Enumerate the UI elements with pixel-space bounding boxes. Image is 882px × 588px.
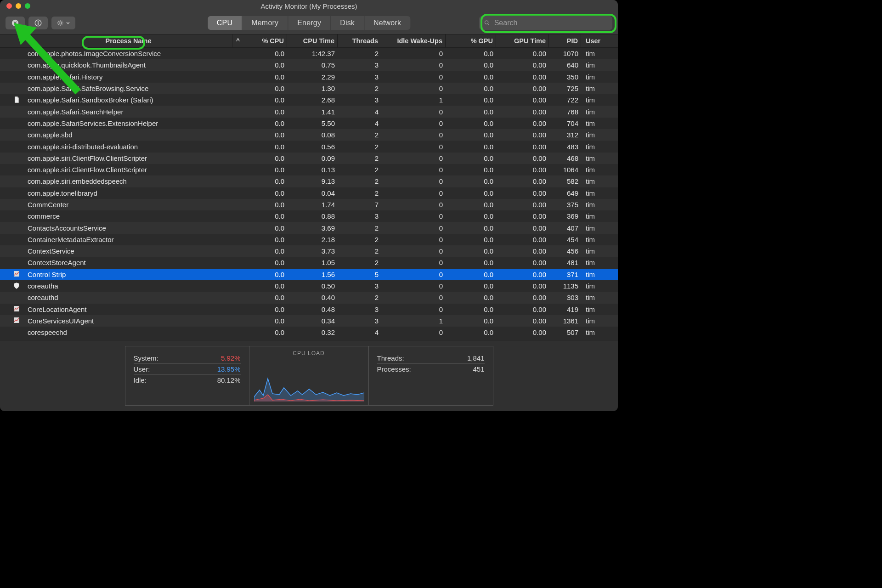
- process-name: coreautha: [28, 282, 58, 290]
- cell-cpu: 0.0: [243, 177, 287, 185]
- header-user[interactable]: User: [581, 37, 618, 45]
- cell-idle-wakeups: 0: [381, 73, 446, 81]
- tab-memory[interactable]: Memory: [242, 16, 288, 30]
- search-field[interactable]: [479, 16, 612, 30]
- cell-cpu: 0.0: [243, 108, 287, 116]
- cell-user: tim: [581, 50, 618, 57]
- cell-threads: 3: [338, 61, 381, 69]
- cell-pid: 704: [549, 119, 581, 127]
- cell-threads: 3: [338, 282, 381, 290]
- table-row[interactable]: com.apple.siri.ClientFlow.ClientScripter…: [0, 164, 618, 175]
- titlebar: Activity Monitor (My Processes): [0, 0, 618, 12]
- header-gpu[interactable]: % GPU: [446, 34, 496, 47]
- tab-cpu[interactable]: CPU: [208, 16, 242, 30]
- table-row[interactable]: com.apple.photos.ImageConversionService0…: [0, 48, 618, 59]
- cell-gpu: 0.0: [446, 201, 496, 209]
- cell-pid: 1135: [549, 282, 581, 290]
- tab-disk[interactable]: Disk: [331, 16, 364, 30]
- cell-pid: 312: [549, 131, 581, 139]
- table-row[interactable]: ContactsAccountsService0.03.69200.00.004…: [0, 222, 618, 233]
- cell-pid: 407: [549, 224, 581, 232]
- table-row[interactable]: com.apple.Safari.SandboxBroker (Safari)0…: [0, 94, 618, 106]
- cell-cpu-time: 1.30: [287, 85, 338, 92]
- cell-gpu-time: 0.00: [496, 189, 549, 197]
- table-row[interactable]: com.apple.sbd0.00.08200.00.00312tim: [0, 129, 618, 141]
- options-button[interactable]: [51, 17, 75, 29]
- cell-user: tim: [581, 224, 618, 232]
- table-row[interactable]: com.apple.tonelibraryd0.00.04200.00.0064…: [0, 187, 618, 199]
- header-idle-wakeups[interactable]: Idle Wake-Ups: [381, 34, 446, 47]
- cell-gpu: 0.0: [446, 328, 496, 336]
- cell-cpu-time: 1:42.37: [287, 50, 338, 57]
- table-row[interactable]: corespeechd0.00.32400.00.00507tim: [0, 327, 618, 338]
- close-window-icon[interactable]: [6, 3, 12, 9]
- table-row[interactable]: CoreServicesUIAgent0.00.34310.00.001361t…: [0, 315, 618, 327]
- user-cpu-value: 13.95%: [217, 365, 241, 373]
- cell-cpu-time: 1.74: [287, 201, 338, 209]
- table-row[interactable]: com.apple.siri-distributed-evaluation0.0…: [0, 141, 618, 152]
- cell-cpu: 0.0: [243, 154, 287, 162]
- cell-cpu: 0.0: [243, 305, 287, 313]
- header-threads[interactable]: Threads: [338, 34, 381, 47]
- minimize-window-icon[interactable]: [16, 3, 21, 9]
- cell-idle-wakeups: 0: [381, 236, 446, 243]
- table-row[interactable]: ContextStoreAgent0.01.05200.00.00481tim: [0, 257, 618, 268]
- cell-pid: 649: [549, 189, 581, 197]
- cell-gpu: 0.0: [446, 271, 496, 278]
- cell-gpu: 0.0: [446, 61, 496, 69]
- table-row[interactable]: coreautha0.00.50300.00.001135tim: [0, 280, 618, 292]
- table-row[interactable]: com.apple.quicklook.ThumbnailsAgent0.00.…: [0, 59, 618, 71]
- table-row[interactable]: com.apple.SafariServices.ExtensionHelper…: [0, 118, 618, 129]
- table-row[interactable]: CommCenter0.01.74700.00.00375tim: [0, 199, 618, 210]
- cell-gpu-time: 0.00: [496, 282, 549, 290]
- cell-threads: 2: [338, 131, 381, 139]
- cell-pid: 375: [549, 201, 581, 209]
- table-row[interactable]: commerce0.00.88300.00.00369tim: [0, 210, 618, 222]
- zoom-window-icon[interactable]: [25, 3, 30, 9]
- header-cpu-time[interactable]: CPU Time: [287, 34, 338, 47]
- cell-user: tim: [581, 73, 618, 81]
- cell-cpu-time: 0.08: [287, 131, 338, 139]
- cell-cpu-time: 1.56: [287, 271, 338, 278]
- table-row[interactable]: ContextService0.03.73200.00.00456tim: [0, 245, 618, 257]
- table-row[interactable]: com.apple.siri.embeddedspeech0.09.13200.…: [0, 175, 618, 187]
- process-name: com.apple.sbd: [28, 131, 73, 139]
- header-process-name[interactable]: Process Name: [0, 34, 232, 47]
- cell-gpu-time: 0.00: [496, 271, 549, 278]
- table-row[interactable]: com.apple.Safari.History0.02.29300.00.00…: [0, 71, 618, 83]
- cell-cpu: 0.0: [243, 282, 287, 290]
- cell-pid: 468: [549, 154, 581, 162]
- search-input[interactable]: [494, 19, 608, 27]
- header-cpu[interactable]: % CPU: [243, 34, 287, 47]
- process-table[interactable]: com.apple.photos.ImageConversionService0…: [0, 48, 618, 340]
- table-row[interactable]: com.apple.siri.ClientFlow.ClientScripter…: [0, 153, 618, 164]
- table-row[interactable]: com.apple.Safari.SafeBrowsing.Service0.0…: [0, 83, 618, 94]
- process-name: coreauthd: [28, 294, 58, 301]
- table-row[interactable]: com.apple.Safari.SearchHelper0.01.41400.…: [0, 106, 618, 117]
- cell-user: tim: [581, 119, 618, 127]
- cell-user: tim: [581, 305, 618, 313]
- cell-cpu: 0.0: [243, 247, 287, 255]
- cell-threads: 4: [338, 119, 381, 127]
- process-name: CommCenter: [28, 201, 68, 209]
- inspect-process-button[interactable]: [28, 17, 48, 29]
- processes-count: 451: [473, 365, 484, 373]
- sort-ascending-icon[interactable]: ^: [232, 37, 243, 45]
- cell-user: tim: [581, 189, 618, 197]
- stop-process-button[interactable]: [6, 17, 25, 29]
- header-pid[interactable]: PID: [549, 34, 581, 47]
- cell-pid: 369: [549, 212, 581, 220]
- tab-network[interactable]: Network: [364, 16, 410, 30]
- header-gpu-time[interactable]: GPU Time: [496, 34, 549, 47]
- tab-energy[interactable]: Energy: [288, 16, 331, 30]
- process-icon: [13, 96, 21, 104]
- svg-point-15: [485, 21, 488, 24]
- table-row[interactable]: ContainerMetadataExtractor0.02.18200.00.…: [0, 234, 618, 245]
- gear-icon: [57, 19, 64, 27]
- cell-idle-wakeups: 0: [381, 50, 446, 57]
- table-row[interactable]: coreauthd0.00.40200.00.00303tim: [0, 292, 618, 303]
- cell-gpu-time: 0.00: [496, 119, 549, 127]
- cell-gpu-time: 0.00: [496, 201, 549, 209]
- table-row[interactable]: CoreLocationAgent0.00.48300.00.00419tim: [0, 304, 618, 315]
- table-row[interactable]: Control Strip0.01.56500.00.00371tim: [0, 269, 618, 280]
